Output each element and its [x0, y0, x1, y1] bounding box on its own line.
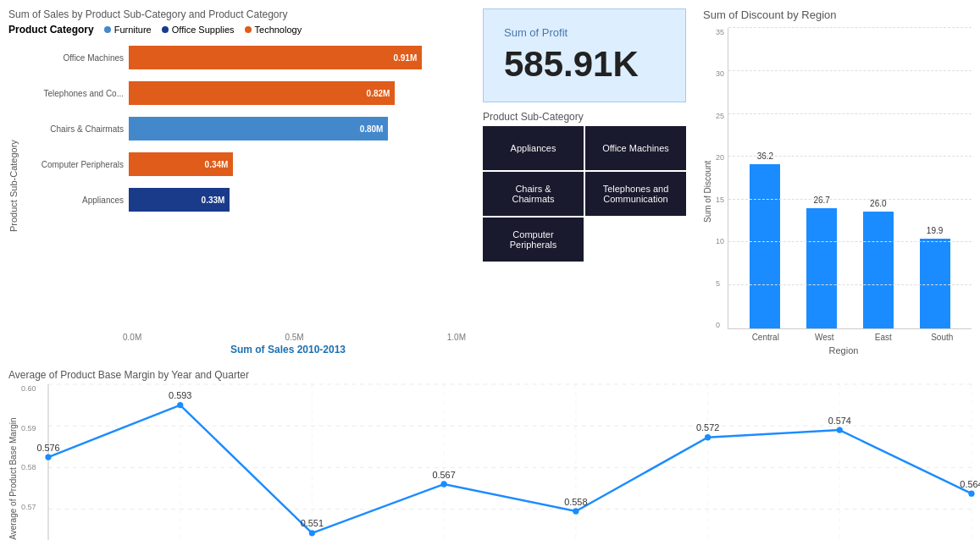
subcategory-chairs[interactable]: Chairs &Chairmats: [483, 172, 584, 216]
right-chart: Sum of Discount by Region Sum of Discoun…: [695, 0, 980, 364]
south-value: 19.9: [927, 226, 943, 235]
discount-bar-east: 26.0: [863, 199, 894, 328]
ytick-30: 30: [716, 69, 724, 78]
table-row: Chairs & Chairmats0.80M: [22, 113, 466, 144]
bar-chart-content: Office Machines0.91MTelephones and Co...…: [22, 42, 466, 329]
bar-label: Telephones and Co...: [22, 89, 124, 98]
val-0: 0.576: [36, 443, 59, 453]
legend-label: Product Category: [8, 24, 94, 36]
east-bar: [863, 212, 894, 328]
point-3: [440, 481, 446, 487]
ytick-25: 25: [716, 112, 724, 120]
bar-fill: 0.91M: [129, 46, 422, 69]
middle-section: Sum of Profit 585.91K Product Sub-Catego…: [474, 0, 695, 364]
line-chart-svg-container: 0.576 0.593 0.551 0.567 0.558 0.572 0.57…: [48, 384, 972, 540]
discount-bars: 36.2 26.7 26.0: [728, 28, 972, 329]
central-value: 36.2: [757, 152, 773, 161]
furniture-label: Furniture: [114, 25, 152, 35]
table-row: Office Machines0.91M: [22, 42, 466, 73]
ytick-0: 0: [716, 321, 724, 329]
discount-inner: Sum of Discount 0 5 10 15 20 25 30: [703, 28, 972, 355]
val-1: 0.593: [169, 390, 191, 400]
subcategory-title: Product Sub-Category: [483, 111, 686, 123]
west-bar: [806, 208, 837, 328]
label-west: West: [809, 333, 839, 342]
dashboard: Sum of Sales by Product Sub-Category and…: [0, 0, 980, 540]
x-axis-title: Sum of Sales 2010-2013: [110, 344, 466, 355]
point-2: [309, 530, 315, 536]
discount-x-labels: Central West East South: [736, 333, 972, 342]
point-1: [177, 402, 183, 408]
line-chart-svg: 0.576 0.593 0.551 0.567 0.558 0.572 0.57…: [48, 384, 972, 540]
point-7: [968, 490, 974, 496]
bar-track: 0.80M: [129, 117, 466, 141]
val-6: 0.574: [828, 416, 851, 426]
line-y-label: Average of Product Base Margin: [8, 384, 18, 540]
label-central: Central: [750, 333, 781, 342]
legend-item-office-supplies: Office Supplies: [162, 25, 235, 35]
bar-label: Chairs & Chairmats: [22, 124, 124, 134]
technology-label: Technology: [255, 25, 302, 35]
subcategory-grid: Appliances Office Machines Chairs &Chair…: [483, 126, 686, 262]
discount-bar-south: 19.9: [920, 226, 950, 328]
west-value: 26.7: [813, 196, 829, 205]
bar-fill: 0.82M: [129, 81, 395, 105]
bottom-row: Average of Product Base Margin by Year a…: [0, 364, 980, 540]
line-y-ticks: 0.56 0.57 0.58 0.59 0.60: [21, 384, 48, 540]
legend: Product Category Furniture Office Suppli…: [8, 24, 466, 36]
discount-chart: Sum of Discount 0 5 10 15 20 25 30: [703, 28, 972, 355]
right-chart-title: Sum of Discount by Region: [703, 8, 972, 21]
line-ytick-058: 0.58: [21, 463, 45, 471]
subcategory-telephones[interactable]: Telephones andCommunication: [585, 172, 686, 216]
subcategory-appliances[interactable]: Appliances: [483, 126, 584, 170]
discount-y-label: Sum of Discount: [703, 28, 712, 355]
bar-track: 0.33M: [129, 188, 466, 212]
table-row: Appliances0.33M: [22, 185, 466, 215]
profit-label: Sum of Profit: [504, 26, 665, 39]
label-east: East: [868, 333, 899, 342]
south-bar: [920, 239, 950, 328]
ytick-5: 5: [716, 279, 724, 288]
discount-y-ticks: 0 5 10 15 20 25 30 35: [716, 28, 728, 329]
point-6: [837, 427, 843, 433]
val-5: 0.572: [696, 422, 719, 433]
table-row: Computer Peripherals0.34M: [22, 149, 466, 179]
line-chart-area: Average of Product Base Margin 0.56 0.57…: [8, 384, 972, 540]
ytick-20: 20: [716, 153, 724, 162]
point-5: [705, 434, 711, 440]
discount-bar-central: 36.2: [750, 152, 780, 328]
val-7: 0.564: [960, 479, 980, 489]
x-tick-1: 0.5M: [285, 333, 303, 342]
bar-fill: 0.80M: [129, 117, 388, 141]
left-chart-title: Sum of Sales by Product Sub-Category and…: [8, 8, 466, 20]
legend-item-technology: Technology: [245, 25, 302, 35]
point-0: [45, 454, 51, 460]
subcategory-computer-peripherals[interactable]: ComputerPeripherals: [483, 218, 584, 262]
profit-box: Sum of Profit 585.91K: [483, 8, 686, 102]
bar-chart-area: Product Sub-Category Office Machines0.91…: [8, 42, 466, 329]
bottom-chart-title: Average of Product Base Margin by Year a…: [8, 369, 972, 381]
ytick-35: 35: [716, 28, 724, 36]
furniture-dot: [104, 26, 111, 33]
x-tick-2: 1.0M: [447, 333, 466, 342]
left-chart: Sum of Sales by Product Sub-Category and…: [0, 0, 474, 364]
central-bar: [750, 164, 780, 328]
bar-label: Office Machines: [22, 53, 124, 63]
x-tick-0: 0.0M: [123, 333, 141, 342]
ytick-10: 10: [716, 237, 724, 245]
point-4: [573, 508, 579, 514]
val-2: 0.551: [301, 518, 324, 528]
line-ytick-060: 0.60: [21, 384, 45, 393]
bar-track: 0.82M: [129, 81, 466, 105]
label-south: South: [927, 333, 957, 342]
x-axis-ticks: 0.0M 0.5M 1.0M: [123, 333, 466, 342]
subcategory-office-machines[interactable]: Office Machines: [585, 126, 686, 170]
bar-fill: 0.33M: [129, 188, 230, 212]
discount-bars-area: 0 5 10 15 20 25 30 35: [716, 28, 972, 355]
profit-value: 585.91K: [504, 44, 665, 85]
office-supplies-dot: [162, 26, 169, 33]
discount-x-title: Region: [716, 345, 972, 355]
subcategory-section: Product Sub-Category Appliances Office M…: [483, 111, 686, 262]
office-supplies-label: Office Supplies: [172, 25, 235, 35]
bar-label: Computer Peripherals: [22, 160, 124, 169]
